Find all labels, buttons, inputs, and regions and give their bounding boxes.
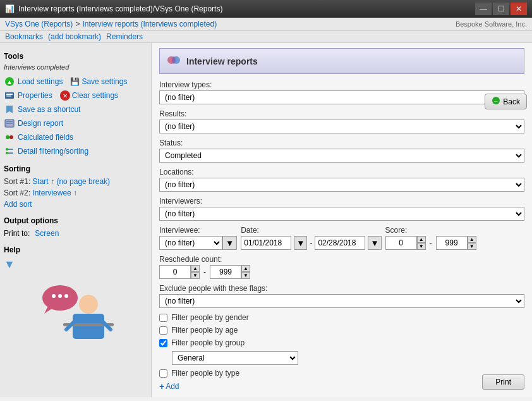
properties-link[interactable]: Properties — [18, 91, 52, 100]
sidebar-illustration — [4, 279, 147, 342]
interviewee-label: Interviewee: — [159, 226, 237, 235]
score-to-up[interactable]: ▲ — [468, 236, 476, 243]
results-select[interactable]: (no filter) — [159, 120, 524, 133]
locations-group: Locations: (no filter) — [159, 168, 524, 192]
svg-point-12 — [6, 152, 8, 154]
add-sort-item[interactable]: Add sort — [4, 199, 147, 210]
calc-icon — [4, 132, 15, 143]
load-settings-link[interactable]: Load settings — [18, 77, 63, 86]
calculated-fields-item[interactable]: Calculated fields — [4, 130, 147, 144]
maximize-button[interactable]: ☐ — [493, 3, 509, 15]
status-label: Status: — [159, 139, 524, 147]
score-from-input[interactable] — [385, 236, 417, 250]
properties-icon — [4, 90, 15, 101]
reschedule-to-input[interactable] — [210, 265, 241, 279]
sort1-label: Sort #1: Start ↑ (no page break) — [4, 177, 110, 186]
sort2-link[interactable]: Interviewee — [32, 188, 71, 197]
company-name: Bespoke Software, Inc. — [456, 20, 527, 28]
score-to-wrap: ▲ ▼ — [436, 236, 476, 250]
tools-title: Tools — [4, 52, 147, 61]
status-select[interactable]: Completed — [159, 149, 524, 163]
sort1-extra[interactable]: (no page break) — [56, 177, 110, 186]
date-from-input[interactable] — [241, 236, 291, 250]
interview-types-select[interactable]: (no filter) — [159, 90, 524, 104]
design-report-link[interactable]: Design report — [18, 119, 63, 128]
filter-gender-checkbox[interactable] — [159, 314, 167, 322]
interviewee-dropdown-btn[interactable]: ▼ — [222, 236, 237, 250]
filter-gender-label[interactable]: Filter people by gender — [171, 313, 249, 322]
title-bar: 📊 Interview reports (Interviews complete… — [0, 0, 532, 18]
locations-select[interactable]: (no filter) — [159, 178, 524, 192]
breadcrumb: VSys One (Reports) > Interview reports (… — [5, 20, 217, 28]
filter-group-checkbox[interactable] — [159, 339, 167, 347]
screen-link[interactable]: Screen — [35, 229, 59, 238]
filter-age-checkbox[interactable] — [159, 326, 167, 335]
save-settings-link[interactable]: Save settings — [82, 77, 127, 86]
print-btn-wrap: Print — [482, 374, 524, 390]
design-report-item[interactable]: Design report — [4, 116, 147, 130]
detail-filtering-link[interactable]: Detail filtering/sorting — [18, 147, 88, 156]
clear-settings-link[interactable]: Clear settings — [72, 91, 118, 100]
score-range: ▲ ▼ - ▲ ▼ — [385, 236, 476, 250]
sort1-link[interactable]: Start — [32, 177, 48, 186]
svg-point-19 — [64, 294, 68, 298]
svg-point-29 — [172, 56, 176, 64]
report-title: Interview reports — [186, 56, 258, 66]
back-icon: ← — [492, 96, 500, 107]
score-to-down[interactable]: ▼ — [468, 243, 476, 250]
save-shortcut-link[interactable]: Save as a shortcut — [18, 105, 80, 114]
filter-gender-group: Filter people by gender — [159, 313, 524, 322]
interviewee-select[interactable]: (no filter) — [159, 236, 222, 250]
add-sort-link[interactable]: Add sort — [4, 200, 32, 209]
close-button[interactable]: ✕ — [511, 3, 527, 15]
exclude-select[interactable]: (no filter) — [159, 294, 524, 308]
filter-type-label[interactable]: Filter people by type — [171, 369, 239, 378]
score-to-input[interactable] — [436, 236, 468, 250]
exclude-flags-group: Exclude people with these flags: (no fil… — [159, 284, 524, 308]
load-settings-item[interactable]: ▲ Load settings 💾 Save settings — [4, 75, 147, 89]
print-button[interactable]: Print — [482, 374, 524, 390]
group-select[interactable]: General — [172, 351, 298, 365]
filter-age-label[interactable]: Filter people by age — [171, 326, 238, 335]
print-to-label: Print to: — [4, 229, 30, 238]
add-link[interactable]: + Add — [159, 381, 524, 392]
sidebar-subtitle: Interviews completed — [4, 63, 147, 71]
reschedule-to-up[interactable]: ▲ — [241, 265, 250, 272]
breadcrumb-separator: > — [75, 20, 80, 28]
score-from-up[interactable]: ▲ — [417, 236, 426, 243]
add-bookmark-link[interactable]: (add bookmark) — [48, 32, 101, 41]
exclude-label: Exclude people with these flags: — [159, 284, 524, 293]
score-to-spin: ▲ ▼ — [468, 236, 476, 250]
save-shortcut-item[interactable]: Save as a shortcut — [4, 102, 147, 116]
print-to-item: Print to: Screen — [4, 228, 147, 239]
properties-item[interactable]: Properties ✕ Clear settings — [4, 89, 147, 102]
reschedule-from-down[interactable]: ▼ — [191, 272, 200, 279]
interviewers-select[interactable]: (no filter) — [159, 207, 524, 221]
calculated-fields-link[interactable]: Calculated fields — [18, 133, 73, 142]
add-plus-icon: + — [159, 381, 164, 392]
help-title: Help — [4, 245, 147, 254]
breadcrumb-home[interactable]: VSys One (Reports) — [5, 20, 73, 28]
reschedule-to-down[interactable]: ▼ — [241, 272, 250, 279]
sort2-label: Sort #2: Interviewee ↑ — [4, 188, 77, 197]
reminders-link[interactable]: Reminders — [106, 32, 143, 41]
results-group: Results: (no filter) — [159, 109, 524, 133]
date-from-dropdown[interactable]: ▼ — [294, 236, 307, 250]
score-from-down[interactable]: ▼ — [417, 243, 426, 250]
output-title: Output options — [4, 216, 147, 225]
score-label: Score: — [385, 226, 476, 235]
filter-group-label[interactable]: Filter people by group — [171, 338, 245, 347]
report-header: Interview reports — [159, 48, 524, 74]
back-button[interactable]: ← Back — [485, 94, 527, 109]
reschedule-from-up[interactable]: ▲ — [191, 265, 200, 272]
bookmarks-link[interactable]: Bookmarks — [5, 32, 43, 41]
minimize-button[interactable]: — — [475, 3, 492, 15]
breadcrumb-current[interactable]: Interview reports (Interviews completed) — [82, 20, 217, 28]
date-to-dropdown[interactable]: ▼ — [368, 236, 381, 250]
reschedule-from-input[interactable] — [159, 265, 191, 279]
sort2-item: Sort #2: Interviewee ↑ — [4, 187, 147, 199]
date-to-input[interactable] — [315, 236, 365, 250]
reschedule-label: Reschedule count: — [159, 255, 524, 264]
filter-type-checkbox[interactable] — [159, 369, 167, 378]
detail-filtering-item[interactable]: Detail filtering/sorting — [4, 144, 147, 158]
